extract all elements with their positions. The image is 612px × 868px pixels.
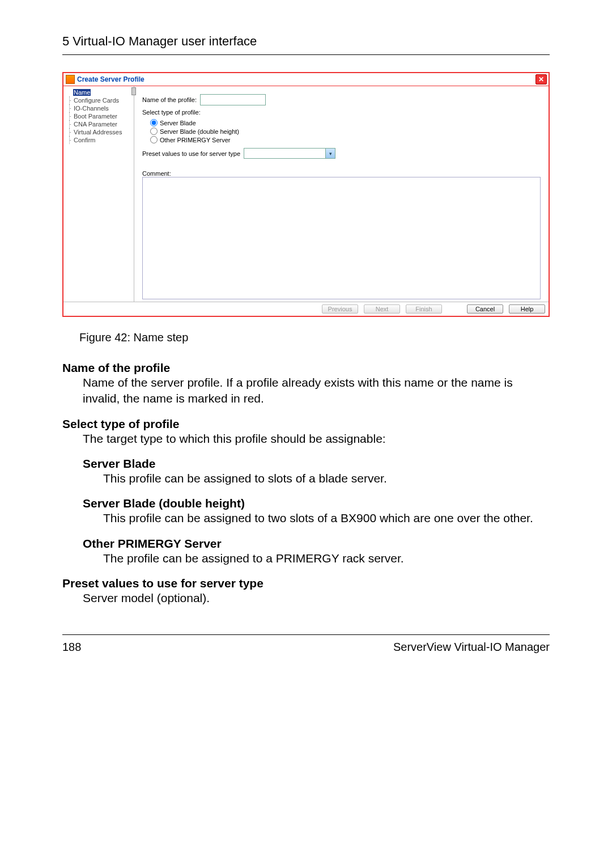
dialog-title: Create Server Profile — [77, 75, 144, 83]
dialog-form-panel: Name of the profile: Select type of prof… — [134, 86, 549, 302]
subterm-server-blade: Server Blade — [83, 457, 550, 471]
dialog-titlebar: Create Server Profile ✕ — [63, 73, 549, 86]
subbody-other-primergy: The profile can be assigned to a PRIMERG… — [103, 551, 550, 566]
term-select-type: Select type of profile — [62, 417, 550, 431]
profile-name-input[interactable] — [200, 94, 266, 105]
finish-button[interactable]: Finish — [406, 304, 442, 314]
preset-values-label: Preset values to use for server type — [142, 150, 240, 157]
subbody-server-blade-double: This profile can be assigned to two slot… — [103, 510, 550, 526]
subbody-server-blade: This profile can be assigned to slots of… — [103, 471, 550, 486]
wizard-step-boot-parameter[interactable]: Boot Parameter — [69, 112, 134, 120]
radio-other-primergy-label: Other PRIMERGY Server — [160, 137, 231, 143]
chapter-heading: 5 Virtual-IO Manager user interface — [62, 34, 550, 49]
dialog-icon — [66, 75, 75, 84]
wizard-step-confirm[interactable]: Confirm — [69, 136, 134, 144]
wizard-step-virtual-addresses[interactable]: Virtual Addresses — [69, 128, 134, 136]
create-server-profile-dialog: Create Server Profile ✕ Name Configure C… — [62, 72, 550, 317]
subterm-server-blade-double: Server Blade (double height) — [83, 497, 550, 510]
previous-button[interactable]: Previous — [322, 304, 358, 314]
close-icon[interactable]: ✕ — [536, 74, 547, 84]
page-number: 188 — [62, 641, 81, 654]
wizard-step-cna-parameter[interactable]: CNA Parameter — [69, 120, 134, 128]
radio-server-blade-double-label: Server Blade (double height) — [160, 128, 239, 135]
dialog-button-bar: Previous Next Finish Cancel Help — [63, 302, 549, 316]
preset-values-select[interactable]: ▾ — [244, 148, 335, 159]
radio-server-blade-label: Server Blade — [160, 120, 196, 126]
select-type-label: Select type of profile: — [142, 109, 201, 116]
comment-textarea[interactable] — [142, 177, 541, 299]
next-button[interactable]: Next — [364, 304, 400, 314]
wizard-step-configure-cards[interactable]: Configure Cards — [69, 96, 134, 104]
body-select-type: The target type to which this profile sh… — [83, 431, 550, 447]
radio-other-primergy[interactable] — [150, 136, 158, 143]
radio-server-blade[interactable] — [150, 119, 158, 126]
wizard-step-io-channels[interactable]: IO-Channels — [69, 104, 134, 112]
wizard-step-name[interactable]: Name — [69, 88, 134, 96]
body-name-of-profile: Name of the server profile. If a profile… — [83, 375, 550, 407]
body-preset-values: Server model (optional). — [83, 590, 550, 606]
help-button[interactable]: Help — [509, 304, 545, 314]
comment-label: Comment: — [142, 170, 541, 177]
term-name-of-profile: Name of the profile — [62, 361, 550, 375]
product-name: ServerView Virtual-IO Manager — [393, 641, 550, 654]
subterm-other-primergy: Other PRIMERGY Server — [83, 537, 550, 551]
bottom-rule — [62, 634, 550, 635]
top-rule — [62, 54, 550, 55]
radio-server-blade-double[interactable] — [150, 128, 158, 135]
wizard-steps-nav: Name Configure Cards IO-Channels Boot Pa… — [63, 86, 134, 302]
profile-name-label: Name of the profile: — [142, 96, 197, 103]
figure-caption: Figure 42: Name step — [79, 331, 550, 344]
cancel-button[interactable]: Cancel — [467, 304, 503, 314]
term-preset-values: Preset values to use for server type — [62, 577, 550, 590]
chevron-down-icon[interactable]: ▾ — [325, 149, 335, 158]
